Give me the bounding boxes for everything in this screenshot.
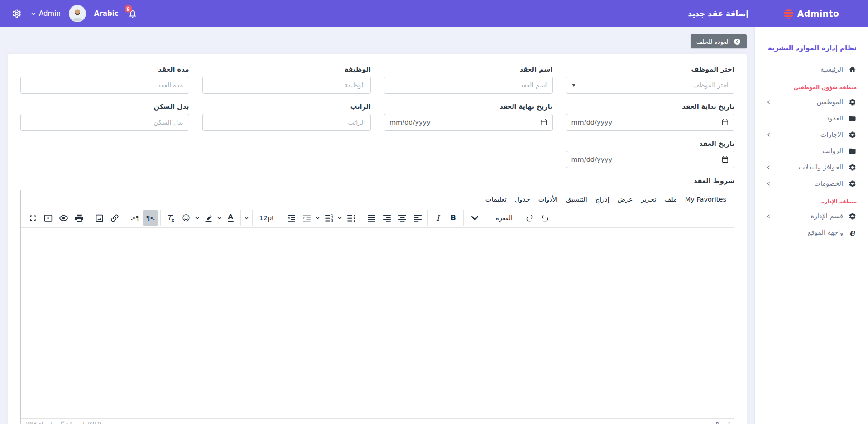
bullet-list-button[interactable]: [343, 210, 359, 226]
field-label: اختر الموظف: [566, 66, 735, 73]
emoticons-caret[interactable]: [194, 210, 201, 226]
browser-icon: e: [848, 228, 857, 236]
calendar-icon[interactable]: [721, 119, 729, 126]
user-menu[interactable]: Admin: [31, 10, 61, 18]
end-date-input[interactable]: mm/dd/yyyy: [384, 114, 553, 131]
toolbar-group-history: [519, 210, 555, 226]
chevron-left-icon: [766, 214, 771, 219]
field-end-date: تاريخ نهاية العقد mm/dd/yyyy: [384, 103, 553, 131]
contract-date-input[interactable]: mm/dd/yyyy: [566, 151, 735, 168]
field-contract-date: تاريخ العقد mm/dd/yyyy: [566, 140, 735, 168]
numbered-list-button[interactable]: 123: [321, 210, 336, 226]
paragraph-style-select[interactable]: الفقرة: [466, 210, 517, 226]
align-center-button[interactable]: [394, 210, 410, 226]
field-label: تاريخ بداية العقد: [566, 103, 735, 110]
indent-button[interactable]: [283, 210, 299, 226]
sidebar-item-label: واجهة الموقع: [808, 229, 843, 236]
field-label: تاريخ نهاية العقد: [384, 103, 553, 110]
notification-badge: 9: [125, 5, 132, 13]
align-right-button[interactable]: [379, 210, 394, 226]
highlight-color-button[interactable]: [201, 210, 216, 226]
back-row: العودة للخلف: [8, 34, 747, 48]
job-input[interactable]: [202, 77, 371, 94]
sidebar-item-deductions[interactable]: الخصومات: [755, 175, 868, 192]
calendar-icon[interactable]: [721, 156, 729, 164]
back-button[interactable]: العودة للخلف: [691, 34, 747, 48]
element-path[interactable]: P: [715, 421, 719, 424]
language-selector[interactable]: Arabic: [94, 10, 119, 18]
bold-button[interactable]: B: [446, 210, 461, 226]
clear-formatting-button[interactable]: Tx: [163, 210, 178, 226]
contract-name-input[interactable]: [384, 77, 553, 94]
menu-help[interactable]: تعليمات: [481, 193, 511, 205]
menu-tools[interactable]: الأدوات: [534, 193, 562, 205]
rtl-button[interactable]: ¶<: [143, 210, 158, 226]
print-button[interactable]: [71, 210, 86, 226]
ltr-button[interactable]: >¶: [127, 210, 143, 226]
user-name: Admin: [39, 10, 61, 18]
sidebar-item-site-frontend[interactable]: e واجهة الموقع: [755, 224, 868, 241]
editor-toolbar: >¶ ¶< Tx ☺ A 12pt: [21, 208, 734, 228]
powered-by-link[interactable]: مُشغّل بواسطة TINY: [24, 421, 72, 424]
sidebar-item-label: الرئيسية: [820, 66, 843, 73]
more-options-caret[interactable]: [243, 210, 250, 226]
bullet-list-caret[interactable]: [336, 210, 343, 226]
outdent-button[interactable]: [299, 210, 314, 226]
topbar: Adminto إضافة عقد جديد 9 Arabic Admin: [0, 0, 868, 27]
sidebar-item-leaves[interactable]: الإجازات: [755, 126, 868, 143]
avatar[interactable]: [70, 6, 85, 21]
menu-file[interactable]: ملف: [660, 193, 681, 205]
brand[interactable]: Adminto: [755, 9, 868, 19]
field-salary: الراتب: [202, 103, 371, 131]
arrow-left-circle-icon: [734, 38, 741, 45]
preview-button[interactable]: [56, 210, 71, 226]
link-button[interactable]: [107, 210, 122, 226]
emoticons-button[interactable]: ☺: [178, 210, 194, 226]
italic-button[interactable]: I: [430, 210, 446, 226]
sidebar-item-contracts[interactable]: العقود: [755, 110, 868, 126]
sidebar-item-admin-dept[interactable]: قسم الإدارة: [755, 208, 868, 224]
date-value: mm/dd/yyyy: [571, 156, 613, 163]
toolbar-group-direction: >¶ ¶<: [125, 210, 160, 226]
justify-button[interactable]: [364, 210, 379, 226]
sidebar-item-salaries[interactable]: الرواتب: [755, 143, 868, 159]
sidebar-item-home[interactable]: الرئيسية: [755, 61, 868, 77]
text-color-button[interactable]: A: [223, 210, 238, 226]
menu-format[interactable]: التنسيق: [562, 193, 591, 205]
redo-button[interactable]: [522, 210, 537, 226]
menu-view[interactable]: عرض: [614, 193, 637, 205]
image-button[interactable]: [91, 210, 107, 226]
align-left-button[interactable]: [410, 210, 425, 226]
employee-select[interactable]: اختر الموظف: [566, 77, 735, 94]
toolbar-group-more: [240, 210, 252, 226]
calendar-icon[interactable]: [540, 119, 547, 126]
notifications-button[interactable]: 9: [128, 9, 138, 19]
date-value: mm/dd/yyyy: [571, 119, 613, 126]
undo-button[interactable]: [537, 210, 552, 226]
salary-input[interactable]: [202, 114, 371, 131]
editor-statusbar: 0 الكلمات مُشغّل بواسطة TINY P: [21, 418, 734, 424]
sidebar-item-incentives[interactable]: الحوافز والبدلات: [755, 159, 868, 175]
start-date-input[interactable]: mm/dd/yyyy: [566, 114, 735, 131]
menu-insert[interactable]: إدراج: [591, 193, 614, 205]
resize-handle-icon[interactable]: [725, 422, 730, 424]
chevron-down-icon: [470, 213, 480, 223]
menu-edit[interactable]: تحرير: [637, 193, 660, 205]
media-button[interactable]: [40, 210, 56, 226]
toolbar-group-align: [361, 210, 427, 226]
duration-input[interactable]: [20, 77, 189, 94]
fullscreen-button[interactable]: [25, 210, 40, 226]
highlight-color-caret[interactable]: [216, 210, 223, 226]
chevron-left-icon: [766, 165, 771, 170]
font-size-select[interactable]: 12pt: [255, 210, 278, 226]
sidebar-item-employees[interactable]: الموظفين: [755, 94, 868, 110]
numbered-list-caret[interactable]: [314, 210, 321, 226]
field-contract-name: اسم العقد: [384, 66, 553, 94]
sidebar-section-employees-area: منطقة شؤون الموظفين: [755, 77, 868, 94]
housing-allowance-input[interactable]: [20, 114, 189, 131]
menu-my-favorites[interactable]: My Favorites: [681, 193, 730, 205]
settings-button[interactable]: [12, 9, 22, 19]
menu-table[interactable]: جدول: [511, 193, 534, 205]
toolbar-group-style: I B: [427, 210, 463, 226]
editor-content-area[interactable]: [21, 228, 734, 418]
